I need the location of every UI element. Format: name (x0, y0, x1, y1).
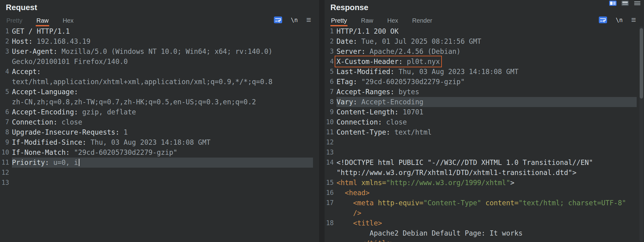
line-content[interactable]: Accept-Language: (12, 87, 313, 97)
editor-line[interactable]: 7Accept-Ranges: bytes (325, 87, 637, 97)
line-content[interactable]: Upgrade-Insecure-Requests: 1 (12, 127, 313, 137)
line-content[interactable]: Gecko/20100101 Firefox/140.0 (12, 57, 313, 67)
line-content[interactable]: <meta http-equiv="Content-Type" content=… (337, 198, 637, 208)
editor-line[interactable]: 5Last-Modified: Thu, 03 Aug 2023 14:18:0… (325, 67, 637, 77)
line-content[interactable]: Accept-Ranges: bytes (337, 87, 637, 97)
word-wrap-icon[interactable] (599, 17, 607, 23)
line-content[interactable]: /> (337, 208, 637, 218)
editor-line[interactable]: 6Accept-Encoding: gzip, deflate (0, 107, 313, 117)
editor-line[interactable]: 11Content-Type: text/html (325, 127, 637, 137)
request-tab-hex[interactable]: Hex (62, 15, 74, 26)
line-content[interactable]: Accept: (12, 67, 313, 77)
newline-visibility-toggle[interactable]: \n (291, 17, 298, 23)
editor-line[interactable]: Apache2 Debian Default Page: It works (325, 228, 637, 238)
line-content[interactable]: Apache2 Debian Default Page: It works (337, 228, 637, 238)
editor-line[interactable]: zh-CN,zh;q=0.8,zh-TW;q=0.7,zh-HK;q=0.5,e… (0, 97, 313, 107)
response-tab-render[interactable]: Render (412, 15, 433, 26)
editor-line[interactable]: 4X-Custom-Header: pl0t.nyx (325, 57, 637, 67)
editor-line[interactable]: 2Date: Tue, 01 Jul 2025 08:21:56 GMT (325, 36, 637, 47)
editor-line[interactable]: 1GET / HTTP/1.1 (0, 26, 313, 36)
scrollbar-thumb[interactable] (640, 28, 643, 99)
editor-line[interactable]: 4Accept: (0, 67, 313, 77)
panel-divider[interactable] (319, 0, 325, 242)
editor-line[interactable]: 15<html xmlns="http://www.w3.org/1999/xh… (325, 178, 637, 188)
editor-line[interactable]: /> (325, 208, 637, 218)
line-content[interactable]: Vary: Accept-Encoding (337, 97, 637, 107)
line-content[interactable]: text/html,application/xhtml+xml,applicat… (12, 77, 313, 87)
line-content[interactable]: ETag: "29cd-60205730d2279-gzip" (337, 77, 637, 87)
view-side-by-side-icon[interactable] (609, 1, 617, 6)
editor-line[interactable]: 8Vary: Accept-Encoding (325, 97, 637, 107)
line-content[interactable]: Date: Tue, 01 Jul 2025 08:21:56 GMT (337, 36, 637, 47)
line-content[interactable]: X-Custom-Header: pl0t.nyx (337, 57, 637, 67)
line-number: 1 (0, 26, 9, 36)
response-tab-pretty[interactable]: Pretty (330, 15, 347, 26)
editor-line[interactable]: 12 (0, 168, 313, 178)
editor-line[interactable]: 3Server: Apache/2.4.56 (Debian) (325, 47, 637, 57)
editor-menu-icon[interactable]: ≡ (306, 17, 311, 23)
editor-line[interactable]: 14<!DOCTYPE html PUBLIC "-//W3C//DTD XHT… (325, 158, 637, 168)
editor-line[interactable]: 17 <meta http-equiv="Content-Type" conte… (325, 198, 637, 208)
line-content[interactable]: Accept-Encoding: gzip, deflate (12, 107, 313, 117)
line-content[interactable]: Last-Modified: Thu, 03 Aug 2023 14:18:08… (337, 67, 637, 77)
line-number: 7 (0, 117, 9, 127)
line-content[interactable]: User-Agent: Mozilla/5.0 (Windows NT 10.0… (12, 47, 313, 57)
editor-line[interactable]: </title> (325, 238, 637, 242)
line-content[interactable]: <title> (337, 218, 637, 228)
line-content[interactable]: </title> (337, 238, 637, 242)
request-tab-pretty[interactable]: Pretty (6, 15, 23, 26)
editor-line[interactable]: 7Connection: close (0, 117, 313, 127)
line-content[interactable]: Connection: close (337, 117, 637, 127)
editor-line[interactable]: text/html,application/xhtml+xml,applicat… (0, 77, 313, 87)
editor-line[interactable]: 9If-Modified-Since: Thu, 03 Aug 2023 14:… (0, 137, 313, 147)
line-content[interactable]: Content-Type: text/html (337, 127, 637, 137)
editor-line[interactable]: 10If-None-Match: "29cd-60205730d2279-gzi… (0, 147, 313, 158)
line-content[interactable]: Connection: close (12, 117, 313, 127)
line-content[interactable]: Host: 192.168.43.19 (12, 36, 313, 47)
editor-line[interactable]: 5Accept-Language: (0, 87, 313, 97)
newline-visibility-toggle[interactable]: \n (616, 17, 623, 23)
editor-line[interactable]: 1HTTP/1.1 200 OK (325, 26, 637, 36)
token-val: Mozilla/5.0 (Windows NT 10.0; Win64; x64… (57, 47, 272, 55)
editor-line[interactable]: 12 (325, 137, 637, 147)
response-editor[interactable]: 1HTTP/1.1 200 OK2Date: Tue, 01 Jul 2025 … (325, 26, 644, 242)
view-top-bottom-icon[interactable] (621, 1, 629, 6)
editor-line[interactable]: 8Upgrade-Insecure-Requests: 1 (0, 127, 313, 137)
line-content[interactable]: If-Modified-Since: Thu, 03 Aug 2023 14:1… (12, 137, 313, 147)
editor-line[interactable]: "http://www.w3.org/TR/xhtml1/DTD/xhtml1-… (325, 168, 637, 178)
response-tab-hex[interactable]: Hex (387, 15, 399, 26)
line-content[interactable] (12, 168, 313, 178)
line-content[interactable]: <!DOCTYPE html PUBLIC "-//W3C//DTD XHTML… (337, 158, 637, 168)
editor-line[interactable]: Gecko/20100101 Firefox/140.0 (0, 57, 313, 67)
editor-line[interactable]: 10Connection: close (325, 117, 637, 127)
editor-line[interactable]: 3User-Agent: Mozilla/5.0 (Windows NT 10.… (0, 47, 313, 57)
line-content[interactable]: GET / HTTP/1.1 (12, 26, 313, 36)
line-content[interactable] (337, 147, 637, 158)
line-content[interactable]: Content-Length: 10701 (337, 107, 637, 117)
line-content[interactable]: Server: Apache/2.4.56 (Debian) (337, 47, 637, 57)
editor-line[interactable]: 13 (325, 147, 637, 158)
line-content[interactable]: <head> (337, 188, 637, 198)
editor-line[interactable]: 16 <head> (325, 188, 637, 198)
line-content[interactable]: zh-CN,zh;q=0.8,zh-TW;q=0.7,zh-HK;q=0.5,e… (12, 97, 313, 107)
editor-line[interactable]: 2Host: 192.168.43.19 (0, 36, 313, 47)
line-content[interactable]: <html xmlns="http://www.w3.org/1999/xhtm… (337, 178, 637, 188)
editor-line[interactable]: 9Content-Length: 10701 (325, 107, 637, 117)
view-menu-icon[interactable] (634, 1, 641, 6)
line-content[interactable]: If-None-Match: "29cd-60205730d2279-gzip" (12, 147, 313, 158)
editor-line[interactable]: 11Priority: u=0, i (0, 158, 313, 168)
editor-line[interactable]: 18 <title> (325, 218, 637, 228)
response-scrollbar[interactable] (639, 26, 643, 241)
line-content[interactable] (12, 178, 313, 188)
line-content[interactable]: "http://www.w3.org/TR/xhtml1/DTD/xhtml1-… (337, 168, 637, 178)
editor-line[interactable]: 6ETag: "29cd-60205730d2279-gzip" (325, 77, 637, 87)
request-editor[interactable]: 1GET / HTTP/1.12Host: 192.168.43.193User… (0, 26, 319, 242)
editor-line[interactable]: 13 (0, 178, 313, 188)
line-content[interactable]: Priority: u=0, i (12, 158, 313, 168)
editor-menu-icon[interactable]: ≡ (631, 17, 636, 23)
line-content[interactable]: HTTP/1.1 200 OK (337, 26, 637, 36)
response-tab-raw[interactable]: Raw (360, 15, 374, 26)
request-tab-raw[interactable]: Raw (36, 15, 49, 26)
line-content[interactable] (337, 137, 637, 147)
word-wrap-icon[interactable] (274, 17, 282, 23)
